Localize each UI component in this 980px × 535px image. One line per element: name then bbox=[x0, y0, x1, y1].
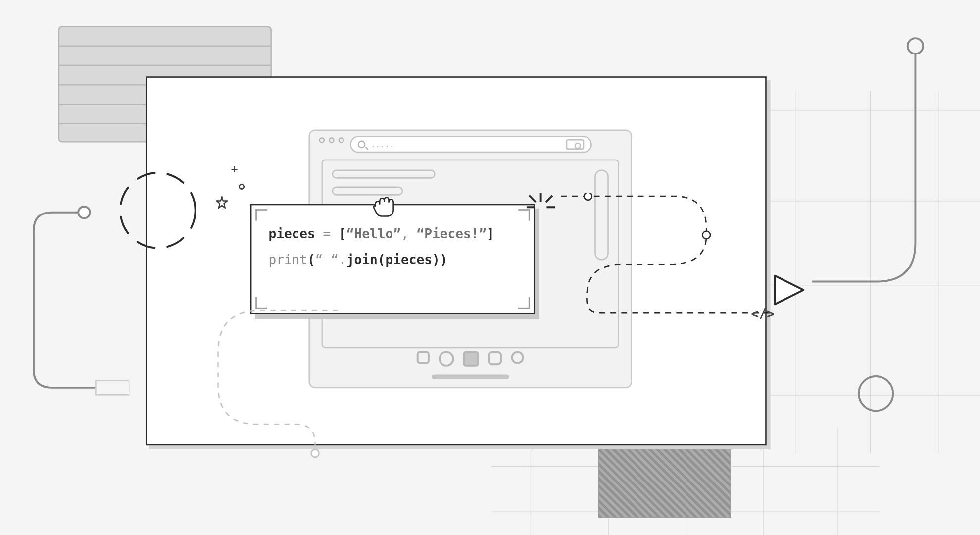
svg-rect-2 bbox=[96, 381, 129, 395]
dashed-circle-icon bbox=[116, 168, 200, 253]
svg-line-6 bbox=[546, 196, 552, 202]
flow-node-icon bbox=[311, 449, 319, 457]
control-icon bbox=[488, 351, 502, 365]
search-icon bbox=[358, 141, 366, 149]
svg-line-4 bbox=[529, 196, 536, 202]
traffic-light-dot bbox=[329, 137, 335, 143]
search-placeholder: ..... bbox=[371, 140, 394, 149]
window-traffic-lights bbox=[319, 137, 344, 143]
plus-icon: + bbox=[231, 162, 238, 175]
star-icon bbox=[215, 196, 229, 210]
grab-cursor-icon bbox=[370, 193, 399, 218]
pipe-circle-bottom-right bbox=[858, 375, 894, 412]
flow-node-icon bbox=[702, 231, 710, 239]
pipe-left bbox=[26, 205, 129, 412]
crop-corner-icon bbox=[518, 297, 530, 309]
main-canvas: ..... + bbox=[146, 76, 767, 445]
svg-point-3 bbox=[120, 173, 196, 248]
crop-corner-icon bbox=[255, 209, 267, 221]
code-snippet-card: pieces = [“Hello”, “Pieces!”] print(“ “.… bbox=[250, 204, 535, 314]
content-line bbox=[332, 169, 435, 178]
control-icon bbox=[511, 351, 524, 364]
address-actions-icon bbox=[566, 139, 585, 150]
dot-icon bbox=[239, 184, 245, 190]
browser-search-bar: ..... bbox=[350, 136, 592, 153]
control-icon bbox=[463, 351, 479, 366]
play-triangle-icon bbox=[771, 272, 807, 308]
svg-point-0 bbox=[908, 38, 923, 54]
traffic-light-dot bbox=[339, 137, 344, 143]
flow-path-left bbox=[183, 308, 454, 476]
monitor-stand bbox=[598, 443, 731, 518]
traffic-light-dot bbox=[319, 137, 325, 143]
svg-point-1 bbox=[78, 207, 90, 218]
flow-node-icon bbox=[584, 193, 592, 200]
code-line-2: print(“ “.join(pieces)) bbox=[268, 247, 517, 272]
sparkle-icon bbox=[525, 192, 556, 220]
code-line-1: pieces = [“Hello”, “Pieces!”] bbox=[268, 221, 517, 247]
